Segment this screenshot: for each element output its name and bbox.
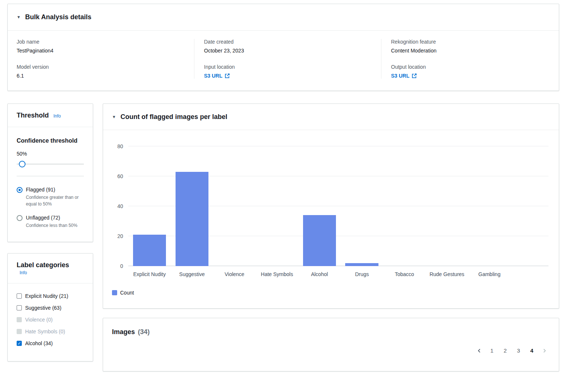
radio-flagged[interactable]: Flagged (91) Confidence greater than or …: [17, 187, 84, 207]
x-label: Tobacco: [383, 271, 426, 277]
field-model-version: Model version 6.1: [17, 64, 185, 79]
radio-unflagged[interactable]: Unflagged (72) Confidence less than 50%: [17, 215, 84, 229]
field-value: Content Moderation: [391, 48, 541, 54]
label-categories-panel-header: Label categories Info: [8, 254, 93, 284]
input-location-s3-link[interactable]: S3 URL: [204, 73, 230, 79]
bar-suggestive[interactable]: [176, 172, 209, 266]
radio-flagged-description: Confidence greater than or equal to 50%: [26, 194, 84, 207]
details-column-2: Date created October 23, 2023 Input loca…: [194, 39, 381, 79]
threshold-panel-body: Confidence threshold 50% Flagged (91) Co…: [8, 127, 93, 242]
checkbox-icon: ✓: [17, 341, 22, 346]
slider-divider: [17, 176, 84, 176]
details-panel-header[interactable]: ▼ Bulk Analysis details: [8, 4, 559, 31]
s3-link-label: S3 URL: [391, 73, 409, 79]
slider-handle[interactable]: [19, 161, 26, 167]
bar-chart: 80 60 40 20 0: [103, 130, 559, 308]
y-tick-label: 0: [120, 263, 123, 269]
checkbox-label: Hate Symbols (0): [25, 329, 65, 334]
output-location-s3-link[interactable]: S3 URL: [391, 73, 417, 79]
confidence-threshold-label: Confidence threshold: [17, 137, 84, 145]
pagination-previous-button[interactable]: [474, 345, 485, 356]
threshold-info-link[interactable]: Info: [53, 113, 61, 119]
threshold-panel-header: Threshold Info: [8, 104, 93, 127]
checkbox-violence: ✓ Violence (0): [17, 317, 84, 323]
checkbox-label: Alcohol (34): [25, 340, 53, 346]
slider-track[interactable]: [17, 164, 84, 164]
y-tick-label: 80: [117, 143, 123, 149]
field-value: October 23, 2023: [204, 48, 372, 54]
x-label: Suggestive: [171, 271, 213, 277]
confidence-threshold-slider[interactable]: [17, 160, 84, 168]
pagination-page-2[interactable]: 2: [499, 345, 511, 356]
field-value: TestPagination4: [17, 48, 185, 54]
field-job-name: Job name TestPagination4: [17, 39, 185, 54]
filters-sidebar: Threshold Info Confidence threshold 50%: [7, 103, 93, 362]
legend-label: Count: [120, 290, 134, 296]
details-column-3: Rekognition feature Content Moderation O…: [381, 39, 550, 79]
y-tick-label: 20: [117, 233, 123, 239]
field-date-created: Date created October 23, 2023: [204, 39, 372, 54]
field-value: 6.1: [17, 73, 185, 79]
chevron-left-icon: [477, 348, 482, 353]
chart-panel-header[interactable]: ▼ Count of flagged images per label: [103, 104, 559, 130]
details-grid: Job name TestPagination4 Model version 6…: [8, 31, 559, 91]
bar-explicit-nudity[interactable]: [133, 235, 166, 266]
details-column-1: Job name TestPagination4 Model version 6…: [17, 39, 194, 79]
checkbox-icon: ✓: [17, 317, 22, 322]
radio-flagged-label: Flagged (91): [26, 187, 84, 193]
external-link-icon: [225, 73, 230, 78]
x-label: Violence: [213, 271, 256, 277]
y-tick-label: 40: [117, 203, 123, 209]
field-label: Input location: [204, 64, 372, 70]
field-label: Date created: [204, 39, 372, 45]
s3-link-label: S3 URL: [204, 73, 222, 79]
x-label: Drugs: [341, 271, 383, 277]
legend-swatch-icon: [112, 290, 117, 295]
radio-unflagged-label: Unflagged (72): [26, 215, 77, 221]
pagination-page-1[interactable]: 1: [486, 345, 498, 356]
radio-icon: [17, 187, 23, 193]
checkbox-label: Explicit Nudity (21): [25, 293, 68, 299]
field-label: Model version: [17, 64, 185, 70]
flagged-radio-group: Flagged (91) Confidence greater than or …: [17, 187, 84, 229]
collapse-caret-icon[interactable]: ▼: [17, 15, 21, 19]
bulk-analysis-details-panel: ▼ Bulk Analysis details Job name TestPag…: [7, 4, 559, 91]
checkbox-hate-symbols: ✓ Hate Symbols (0): [17, 329, 84, 334]
x-label: Alcohol: [298, 271, 341, 277]
pagination-page-4-current[interactable]: 4: [526, 345, 538, 356]
label-categories-panel-title: Label categories: [17, 261, 69, 269]
images-count-badge: (34): [138, 328, 150, 336]
x-label: Explicit Nudity: [128, 271, 171, 277]
pagination-next-button: [539, 345, 550, 356]
x-label: Gambling: [468, 271, 511, 277]
checkbox-alcohol[interactable]: ✓ Alcohol (34): [17, 340, 84, 346]
checkbox-label: Suggestive (63): [25, 305, 61, 311]
radio-icon: [17, 215, 23, 221]
pagination-page-3[interactable]: 3: [512, 345, 525, 356]
checkbox-suggestive[interactable]: ✓ Suggestive (63): [17, 305, 84, 311]
field-label: Output location: [391, 64, 541, 70]
images-pagination: 1 2 3 4: [112, 345, 550, 356]
chart-plot-area: 80 60 40 20 0: [128, 146, 548, 266]
checkbox-explicit-nudity[interactable]: ✓ Explicit Nudity (21): [17, 293, 84, 299]
bar-drugs[interactable]: [345, 263, 378, 266]
y-tick-label: 60: [117, 173, 123, 179]
chart-panel: ▼ Count of flagged images per label 80 6…: [103, 103, 559, 309]
chart-panel-title: Count of flagged images per label: [120, 113, 227, 121]
images-panel-title: Images: [112, 328, 135, 336]
main-column: ▼ Count of flagged images per label 80 6…: [103, 103, 559, 371]
x-label: Hate Symbols: [256, 271, 298, 277]
x-label: Rude Gestures: [426, 271, 468, 277]
threshold-panel-title: Threshold: [17, 112, 49, 119]
radio-unflagged-description: Confidence less than 50%: [26, 222, 77, 229]
external-link-icon: [412, 73, 417, 78]
collapse-caret-icon[interactable]: ▼: [112, 115, 116, 119]
bar-alcohol[interactable]: [303, 215, 336, 266]
field-input-location: Input location S3 URL: [204, 64, 372, 79]
field-rekognition-feature: Rekognition feature Content Moderation: [391, 39, 541, 54]
images-panel: Images (34) 1 2 3 4: [103, 318, 559, 371]
label-categories-info-link[interactable]: Info: [20, 270, 27, 275]
chart-legend-item-count[interactable]: Count: [112, 290, 548, 296]
chart-x-labels: Explicit Nudity Suggestive Violence Hate…: [128, 271, 511, 277]
threshold-panel: Threshold Info Confidence threshold 50%: [7, 103, 93, 242]
